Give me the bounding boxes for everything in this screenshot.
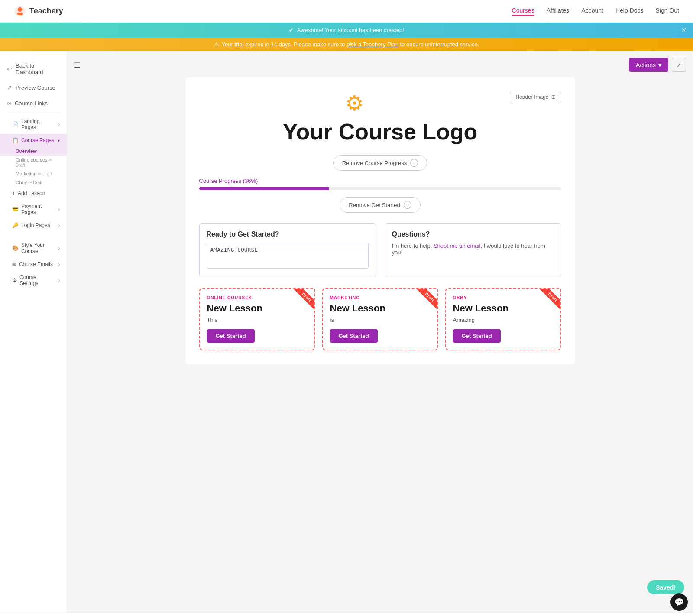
nav-courses[interactable]: Courses xyxy=(512,7,534,16)
lesson-card-2: Draft OBBY New Lesson Amazing Get Starte… xyxy=(445,288,561,350)
info-icon: ⚠ xyxy=(214,41,219,48)
landing-pages-icon: 📄 xyxy=(12,121,19,127)
nav-help[interactable]: Help Docs xyxy=(615,7,644,16)
cta-section: Ready to Get Started? AMAZING COURSE Que… xyxy=(199,223,561,277)
get-started-box: Ready to Get Started? AMAZING COURSE xyxy=(199,223,376,277)
sidebar-item-settings[interactable]: ⚙ Course Settings › xyxy=(0,271,67,290)
main-toolbar: ☰ Actions ▾ ↗ xyxy=(74,58,686,72)
app-logo[interactable]: Teachery xyxy=(14,5,63,17)
lesson-desc-0: This xyxy=(207,317,308,323)
sidebar-sub-obby[interactable]: Obby ✏ Draft xyxy=(0,178,67,187)
emails-chevron: › xyxy=(58,262,60,267)
lesson-tag-0: ONLINE COURSES xyxy=(207,295,308,300)
remove-progress-button[interactable]: Remove Course Progress − xyxy=(333,155,427,171)
course-title: Your Course Logo xyxy=(199,119,561,145)
back-icon: ↩ xyxy=(7,65,12,72)
progress-label: Course Progress (36%) xyxy=(199,178,561,184)
nav-account[interactable]: Account xyxy=(581,7,603,16)
lesson-title-0: New Lesson xyxy=(207,303,308,314)
sidebar-item-style[interactable]: 🎨 Style Your Course › xyxy=(0,239,67,258)
payment-pages-chevron: › xyxy=(58,207,60,212)
trial-banner: ⚠ Your trial expires in 14 days. Please … xyxy=(0,38,693,51)
sidebar-item-back[interactable]: ↩ Back to Dashboard xyxy=(0,58,67,80)
check-icon: ✔ xyxy=(289,27,294,33)
sidebar-item-preview[interactable]: ↗ Preview Course xyxy=(0,80,67,95)
sidebar-item-add-lesson[interactable]: + Add Lesson xyxy=(0,187,67,200)
minus-circle-icon-2: − xyxy=(404,201,411,209)
footer: Documentation Support Terms Privacy What… xyxy=(0,613,693,616)
style-icon: 🎨 xyxy=(12,245,19,251)
sidebar-sub-marketing[interactable]: Marketing ✏ Draft xyxy=(0,169,67,178)
links-icon: ∞ xyxy=(7,100,11,107)
lesson-card-1: Draft MARKETING New Lesson is Get Starte… xyxy=(322,288,438,350)
success-text: Awesome! Your account has been created! xyxy=(297,27,404,33)
email-link[interactable]: Shoot me an email xyxy=(434,243,480,249)
course-pages-icon: 📋 xyxy=(12,137,19,143)
lesson-title-1: New Lesson xyxy=(330,303,431,314)
header-image-button[interactable]: Header Image ⊞ xyxy=(510,91,561,103)
course-logo-area: ⚙ Your Course Logo xyxy=(199,91,561,145)
nav-signout[interactable]: Sign Out xyxy=(656,7,679,16)
progress-bar-fill xyxy=(199,187,330,190)
teachery-logo-icon xyxy=(14,5,26,17)
image-icon: ⊞ xyxy=(551,94,556,100)
remove-get-started-button[interactable]: Remove Get Started − xyxy=(340,197,421,213)
trial-plan-link[interactable]: pick a Teachery Plan xyxy=(346,41,398,48)
sidebar: ↩ Back to Dashboard ↗ Preview Course ∞ C… xyxy=(0,51,67,613)
sidebar-sub-online-courses[interactable]: Online courses ✏ Draft xyxy=(0,156,67,169)
cta-text-input[interactable]: AMAZING COURSE xyxy=(207,243,369,269)
cta-title: Ready to Get Started? xyxy=(207,230,369,238)
settings-icon: ⚙ xyxy=(12,277,17,283)
questions-text: I'm here to help. Shoot me an email, I w… xyxy=(392,243,554,256)
nav-affiliates[interactable]: Affiliates xyxy=(547,7,570,16)
lesson-card-0: Draft ONLINE COURSES New Lesson This Get… xyxy=(199,288,315,350)
progress-section: Course Progress (36%) xyxy=(199,178,561,190)
sidebar-sub-overview[interactable]: Overview xyxy=(0,147,67,156)
main-layout: ↩ Back to Dashboard ↗ Preview Course ∞ C… xyxy=(0,51,693,613)
minus-circle-icon: − xyxy=(410,159,418,167)
style-chevron: › xyxy=(58,246,60,251)
saved-button[interactable]: Saved! xyxy=(647,580,684,594)
sidebar-item-course-pages[interactable]: 📋 Course Pages ▾ xyxy=(0,134,67,147)
banner-close-button[interactable]: × xyxy=(681,26,686,35)
sidebar-item-emails[interactable]: ✉ Course Emails › xyxy=(0,258,67,271)
preview-icon: ↗ xyxy=(7,84,12,91)
actions-button[interactable]: Actions ▾ xyxy=(629,58,668,72)
questions-box: Questions? I'm here to help. Shoot me an… xyxy=(385,223,561,277)
external-link-button[interactable]: ↗ xyxy=(672,58,686,72)
lesson-tag-1: MARKETING xyxy=(330,295,431,300)
remove-progress-wrap: Remove Course Progress − xyxy=(199,155,561,171)
sidebar-item-landing-pages[interactable]: 📄 Landing Pages › xyxy=(0,115,67,134)
app-name: Teachery xyxy=(29,6,63,16)
add-lesson-icon: + xyxy=(12,190,15,196)
login-pages-chevron: › xyxy=(58,223,60,228)
marketing-draft-tag: ✏ Draft xyxy=(38,172,52,176)
sidebar-item-payment-pages[interactable]: 💳 Payment Pages › xyxy=(0,200,67,219)
svg-point-1 xyxy=(18,7,22,12)
questions-title: Questions? xyxy=(392,230,554,238)
lesson-title-2: New Lesson xyxy=(453,303,554,314)
lesson-desc-2: Amazing xyxy=(453,317,554,323)
course-pages-chevron: ▾ xyxy=(58,138,60,143)
lessons-grid: Draft ONLINE COURSES New Lesson This Get… xyxy=(199,288,561,350)
get-started-btn-1[interactable]: Get Started xyxy=(330,329,378,343)
landing-pages-chevron: › xyxy=(58,122,60,127)
sidebar-item-login-pages[interactable]: 🔑 Login Pages › xyxy=(0,219,67,232)
svg-rect-2 xyxy=(17,13,23,15)
get-started-btn-2[interactable]: Get Started xyxy=(453,329,501,343)
lesson-desc-1: is xyxy=(330,317,431,323)
lesson-tag-2: OBBY xyxy=(453,295,554,300)
success-banner: ✔ Awesome! Your account has been created… xyxy=(0,23,693,38)
payment-pages-icon: 💳 xyxy=(12,206,19,212)
sidebar-divider-1 xyxy=(7,113,60,113)
get-started-btn-0[interactable]: Get Started xyxy=(207,329,255,343)
course-gear-icon: ⚙ xyxy=(199,91,561,115)
trial-text: Your trial expires in 14 days. Please ma… xyxy=(222,41,479,48)
chat-bubble[interactable]: 💬 xyxy=(670,593,688,611)
sidebar-item-links[interactable]: ∞ Course Links xyxy=(0,95,67,111)
settings-chevron: › xyxy=(58,278,60,283)
menu-toggle-button[interactable]: ☰ xyxy=(74,61,80,69)
remove-get-started-wrap: Remove Get Started − xyxy=(199,197,561,213)
main-content: ☰ Actions ▾ ↗ Header Image ⊞ ⚙ Your Co xyxy=(67,51,693,613)
emails-icon: ✉ xyxy=(12,261,16,267)
